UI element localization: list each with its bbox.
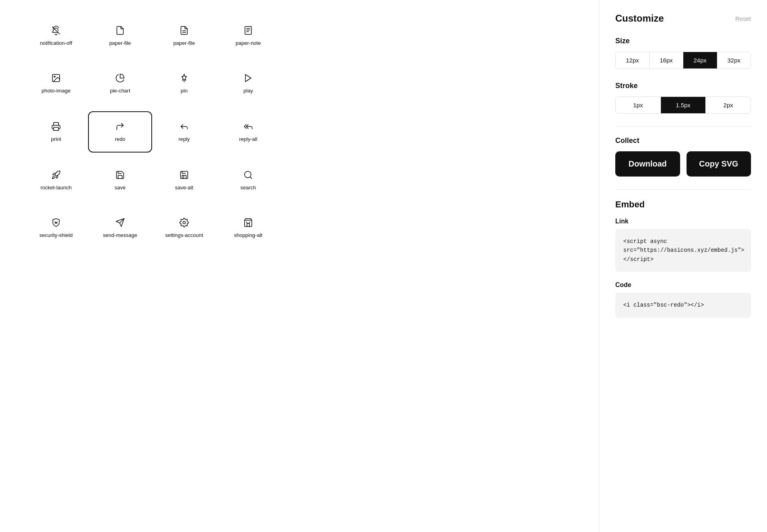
search-icon <box>243 170 253 180</box>
icon-item-paper-file-1[interactable]: paper-file <box>88 16 152 56</box>
icon-label-search: search <box>240 185 256 191</box>
icon-label-pin: pin <box>181 88 187 94</box>
icon-item-settings-account[interactable]: settings-account <box>152 208 216 248</box>
stroke-btn-group: 1px1.5px2px <box>615 96 751 114</box>
size-option-16px[interactable]: 16px <box>650 52 684 68</box>
paper-file-2-icon <box>179 26 189 35</box>
link-code: <script async src="https://basicons.xyz/… <box>623 238 744 263</box>
pin-icon <box>179 73 189 83</box>
save-alt-icon <box>179 170 189 180</box>
copy-svg-button[interactable]: Copy SVG <box>687 151 751 177</box>
icon-label-save: save <box>114 185 125 191</box>
icon-item-paper-note[interactable]: paper-note <box>216 16 280 56</box>
reply-all-icon <box>243 122 253 131</box>
icon-label-rocket-launch: rocket-launch <box>40 185 72 191</box>
size-option-32px[interactable]: 32px <box>717 52 751 68</box>
shopping-alt-icon <box>243 218 253 227</box>
icon-label-print: print <box>51 136 61 142</box>
icon-label-paper-file-1: paper-file <box>109 40 131 46</box>
size-btn-group: 12px16px24px32px <box>615 52 751 69</box>
send-message-icon <box>115 218 125 227</box>
link-code-block: <script async src="https://basicons.xyz/… <box>615 229 751 272</box>
icon-item-redo[interactable]: redo <box>88 111 152 153</box>
icon-item-reply-all[interactable]: reply-all <box>216 111 280 153</box>
icon-item-pin[interactable]: pin <box>152 64 216 103</box>
code-snippet-block: <i class="bsc-redo"></i> <box>615 293 751 317</box>
icon-label-pie-chart: pie-chart <box>110 88 131 94</box>
icon-item-paper-file-2[interactable]: paper-file <box>152 16 216 56</box>
icon-item-security-shield[interactable]: security-shield <box>24 208 88 248</box>
paper-note-icon <box>243 26 253 35</box>
stroke-option-2px[interactable]: 2px <box>706 97 751 113</box>
icon-item-print[interactable]: print <box>24 111 88 153</box>
size-label: Size <box>615 37 751 45</box>
pie-chart-icon <box>115 73 125 83</box>
link-label: Link <box>615 218 751 225</box>
icon-label-save-alt: save-alt <box>175 185 193 191</box>
icon-label-reply: reply <box>179 136 190 142</box>
rocket-launch-icon <box>51 170 61 180</box>
customize-title: Customize <box>615 13 664 24</box>
collect-buttons: Download Copy SVG <box>615 151 751 177</box>
reply-icon <box>179 122 189 131</box>
stroke-label: Stroke <box>615 82 751 90</box>
icon-label-paper-note: paper-note <box>236 40 261 46</box>
stroke-option-1.5px[interactable]: 1.5px <box>661 97 706 113</box>
icon-label-redo: redo <box>115 136 125 142</box>
customize-panel: Customize Reset Size 12px16px24px32px St… <box>599 0 767 532</box>
redo-icon <box>115 122 125 131</box>
icon-item-search[interactable]: search <box>216 161 280 200</box>
photo-image-icon <box>51 73 61 83</box>
security-shield-icon <box>51 218 61 227</box>
icon-item-reply[interactable]: reply <box>152 111 216 153</box>
paper-file-1-icon <box>115 26 125 35</box>
embed-title: Embed <box>615 199 751 210</box>
customize-header: Customize Reset <box>615 13 751 24</box>
collect-section: Collect <box>615 137 751 145</box>
icon-label-play: play <box>243 88 253 94</box>
size-option-12px[interactable]: 12px <box>616 52 650 68</box>
save-icon <box>115 170 125 180</box>
collect-label: Collect <box>615 137 751 145</box>
icon-label-security-shield: security-shield <box>39 232 72 238</box>
code-label: Code <box>615 281 751 289</box>
icon-grid-panel: notification-off paper-file paper-file p… <box>0 0 599 532</box>
icon-item-play[interactable]: play <box>216 64 280 103</box>
download-button[interactable]: Download <box>615 151 680 177</box>
icon-item-notification-off[interactable]: notification-off <box>24 16 88 56</box>
print-icon <box>51 122 61 131</box>
size-section: Size 12px16px24px32px <box>615 37 751 69</box>
divider-1 <box>615 126 751 127</box>
divider-2 <box>615 189 751 190</box>
stroke-option-1px[interactable]: 1px <box>616 97 661 113</box>
reset-button[interactable]: Reset <box>735 15 751 22</box>
size-option-24px[interactable]: 24px <box>683 52 717 68</box>
icon-label-shopping-alt: shopping-alt <box>234 232 263 238</box>
icon-grid: notification-off paper-file paper-file p… <box>24 16 575 248</box>
notification-off-icon <box>51 26 61 35</box>
icon-label-send-message: send-message <box>103 232 137 238</box>
icon-label-settings-account: settings-account <box>165 232 203 238</box>
icon-item-save[interactable]: save <box>88 161 152 200</box>
icon-item-send-message[interactable]: send-message <box>88 208 152 248</box>
icon-label-paper-file-2: paper-file <box>173 40 195 46</box>
stroke-section: Stroke 1px1.5px2px <box>615 82 751 114</box>
icon-item-shopping-alt[interactable]: shopping-alt <box>216 208 280 248</box>
icon-item-photo-image[interactable]: photo-image <box>24 64 88 103</box>
icon-label-notification-off: notification-off <box>40 40 72 46</box>
icon-item-rocket-launch[interactable]: rocket-launch <box>24 161 88 200</box>
settings-account-icon <box>179 218 189 227</box>
icon-label-photo-image: photo-image <box>42 88 70 94</box>
icon-label-reply-all: reply-all <box>239 136 257 142</box>
icon-item-save-alt[interactable]: save-alt <box>152 161 216 200</box>
icon-item-pie-chart[interactable]: pie-chart <box>88 64 152 103</box>
play-icon <box>243 73 253 83</box>
code-snippet: <i class="bsc-redo"></i> <box>623 302 704 308</box>
embed-section: Embed Link <script async src="https://ba… <box>615 199 751 318</box>
